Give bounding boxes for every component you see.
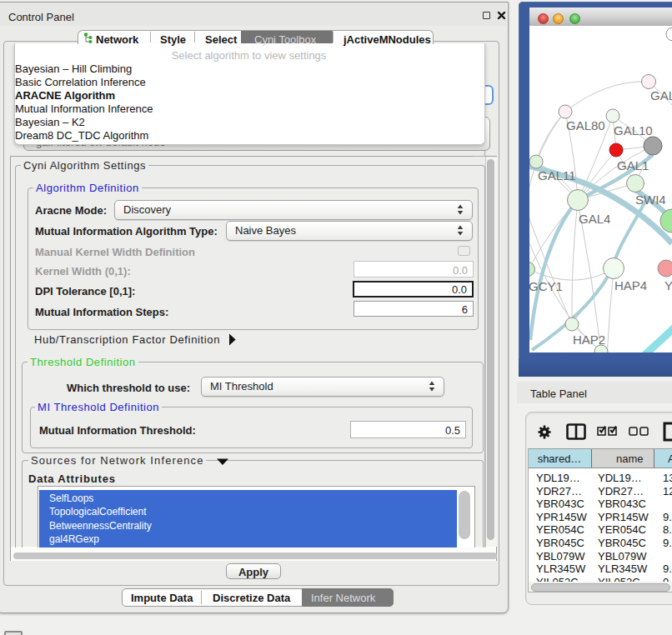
svg-text:YM: YM [664, 278, 672, 292]
svg-text:GAL11: GAL11 [538, 168, 576, 182]
svg-text:HAP4: HAP4 [614, 278, 647, 292]
svg-text:GCY1: GCY1 [529, 279, 563, 293]
svg-text:SWI4: SWI4 [635, 192, 666, 207]
svg-text:GAL80: GAL80 [566, 118, 605, 132]
svg-text:GAL7: GAL7 [650, 88, 672, 102]
svg-text:GAL1: GAL1 [617, 158, 649, 172]
svg-text:GAL10: GAL10 [614, 123, 653, 138]
svg-text:HAP2: HAP2 [573, 332, 605, 347]
svg-text:GAL4: GAL4 [579, 212, 610, 226]
